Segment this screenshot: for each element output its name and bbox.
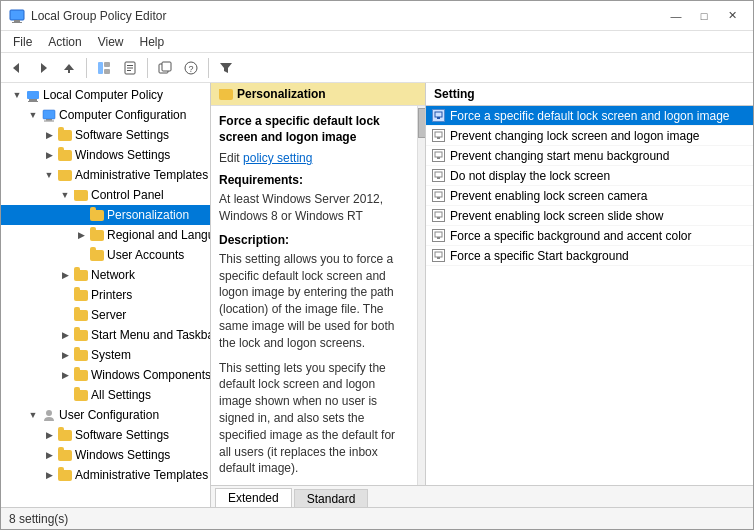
back-button[interactable] <box>5 56 29 80</box>
requirements-text: At least Windows Server 2012, Windows 8 … <box>219 191 409 225</box>
svg-rect-2 <box>12 22 22 23</box>
show-hide-tree-button[interactable] <box>92 56 116 80</box>
tree-item-user-config[interactable]: ▼ User Configuration <box>1 405 210 425</box>
personalization-label: Personalization <box>107 208 189 222</box>
filter-icon <box>219 61 233 75</box>
svg-rect-22 <box>43 110 55 119</box>
tree-item-server[interactable]: Server <box>1 305 210 325</box>
svg-rect-35 <box>437 197 440 199</box>
settings-list: Force a specific default lock screen and… <box>426 106 753 266</box>
filter-button[interactable] <box>214 56 238 80</box>
expand-software: ▶ <box>41 130 57 140</box>
toolbar-separator-2 <box>147 58 148 78</box>
tree-item-user-accounts[interactable]: User Accounts <box>1 245 210 265</box>
tree-item-all-settings[interactable]: All Settings <box>1 385 210 405</box>
description-text-area: Force a specific default lock screen and… <box>211 106 417 485</box>
tree-item-software-u[interactable]: ▶ Software Settings <box>1 425 210 445</box>
settings-item-1[interactable]: Force a specific default lock screen and… <box>426 106 753 126</box>
forward-button[interactable] <box>31 56 55 80</box>
computer-icon <box>41 108 57 122</box>
middle-desc-area: Force a specific default lock screen and… <box>211 106 425 485</box>
regional-label: Regional and Langu... <box>107 228 211 242</box>
settings-item-4[interactable]: Do not display the lock screen <box>426 166 753 186</box>
svg-rect-39 <box>437 237 440 239</box>
tree-item-admin-templates[interactable]: ▼ Administrative Templates <box>1 165 210 185</box>
tree-item-system[interactable]: ▶ System <box>1 345 210 365</box>
svg-point-25 <box>46 410 52 416</box>
tree-item-windows-components[interactable]: ▶ Windows Components <box>1 365 210 385</box>
svg-marker-5 <box>64 64 74 70</box>
svg-rect-19 <box>27 91 39 99</box>
svg-rect-41 <box>437 257 440 259</box>
tree-item-windows-settings[interactable]: ▶ Windows Settings <box>1 145 210 165</box>
personalization-folder-icon <box>89 210 105 221</box>
admin-u-folder-icon <box>57 470 73 481</box>
tree-item-personalization[interactable]: Personalization <box>1 205 210 225</box>
user-config-icon <box>41 408 57 422</box>
svg-rect-29 <box>437 137 440 139</box>
tree-item-computer-config[interactable]: ▼ Computer Configuration <box>1 105 210 125</box>
up-button[interactable] <box>57 56 81 80</box>
tree-item-network[interactable]: ▶ Network <box>1 265 210 285</box>
tree-item-printers[interactable]: Printers <box>1 285 210 305</box>
expand-root: ▼ <box>9 90 25 100</box>
panel-header-title: Personalization <box>237 87 326 101</box>
svg-text:?: ? <box>188 64 193 74</box>
policy-icon-5 <box>430 189 446 202</box>
tree-panel[interactable]: ▼ Local Computer Policy ▼ <box>1 83 211 507</box>
tree-item-regional[interactable]: ▶ Regional and Langu... <box>1 225 210 245</box>
tab-extended[interactable]: Extended <box>215 488 292 507</box>
expand-user-config: ▼ <box>25 410 41 420</box>
close-button[interactable]: ✕ <box>719 6 745 26</box>
tree-item-windows-u[interactable]: ▶ Windows Settings <box>1 445 210 465</box>
help-button[interactable]: ? <box>179 56 203 80</box>
policy-icon-8 <box>430 249 446 262</box>
svg-rect-31 <box>437 157 440 159</box>
maximize-button[interactable]: □ <box>691 6 717 26</box>
minimize-button[interactable]: — <box>663 6 689 26</box>
svg-rect-8 <box>104 62 110 67</box>
new-window-button[interactable] <box>153 56 177 80</box>
tree-item-software[interactable]: ▶ Software Settings <box>1 125 210 145</box>
expand-admin-u: ▶ <box>41 470 57 480</box>
settings-item-5[interactable]: Prevent enabling lock screen camera <box>426 186 753 206</box>
panel-header-folder-icon <box>219 89 233 100</box>
middle-scrollbar[interactable] <box>417 106 425 485</box>
settings-item-3[interactable]: Prevent changing start menu background <box>426 146 753 166</box>
desc-edit-line: Edit policy setting <box>219 151 409 165</box>
tree-item-root[interactable]: ▼ Local Computer Policy <box>1 85 210 105</box>
back-icon <box>10 61 24 75</box>
svg-rect-20 <box>29 99 37 101</box>
settings-item-8[interactable]: Force a specific Start background <box>426 246 753 266</box>
printers-folder-icon <box>73 290 89 301</box>
menu-help[interactable]: Help <box>132 33 173 51</box>
settings-item-2[interactable]: Prevent changing lock screen and logon i… <box>426 126 753 146</box>
tree-item-admin-u[interactable]: ▶ Administrative Templates <box>1 465 210 485</box>
svg-rect-40 <box>435 252 442 257</box>
menu-bar: File Action View Help <box>1 31 753 53</box>
tree-item-start-menu[interactable]: ▶ Start Menu and Taskba... <box>1 325 210 345</box>
settings-item-3-label: Prevent changing start menu background <box>450 149 669 163</box>
status-text: 8 setting(s) <box>9 512 68 526</box>
policy-setting-link[interactable]: policy setting <box>243 151 312 165</box>
policy-icon-6 <box>430 209 446 222</box>
settings-header: Setting <box>426 83 753 106</box>
svg-rect-7 <box>98 62 103 74</box>
svg-rect-24 <box>44 121 54 122</box>
menu-action[interactable]: Action <box>40 33 89 51</box>
menu-file[interactable]: File <box>5 33 40 51</box>
right-area: Personalization Force a specific default… <box>211 83 753 507</box>
expand-regional: ▶ <box>73 230 89 240</box>
windows-folder-icon <box>57 150 73 161</box>
main-content-area: ▼ Local Computer Policy ▼ <box>1 83 753 507</box>
tree-item-control-panel[interactable]: ▼ Control Panel <box>1 185 210 205</box>
windows-settings-label: Windows Settings <box>75 148 170 162</box>
settings-item-6[interactable]: Prevent enabling lock screen slide show <box>426 206 753 226</box>
svg-rect-11 <box>127 65 133 66</box>
menu-view[interactable]: View <box>90 33 132 51</box>
settings-item-7[interactable]: Force a specific background and accent c… <box>426 226 753 246</box>
tab-standard[interactable]: Standard <box>294 489 369 507</box>
properties-button[interactable] <box>118 56 142 80</box>
svg-rect-30 <box>435 152 442 157</box>
svg-rect-12 <box>127 67 133 68</box>
